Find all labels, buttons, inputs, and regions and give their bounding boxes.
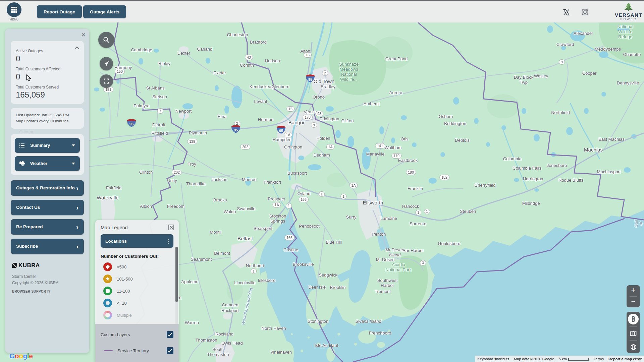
- gold-star-marker-icon: ★: [103, 275, 112, 283]
- menu-button[interactable]: MENU: [6, 2, 22, 21]
- x-twitter-icon[interactable]: [561, 7, 571, 17]
- last-updated-text: Last Updated: Jan 25, 6:45 PM: [16, 112, 79, 118]
- summary-dropdown[interactable]: Summary: [15, 138, 80, 153]
- google-logo-letter: o: [15, 352, 19, 360]
- custom-layers-row: Custom Layers: [101, 329, 173, 340]
- top-strip: [0, 0, 644, 1]
- map-search-button[interactable]: [98, 32, 114, 48]
- my-location-button[interactable]: [100, 57, 113, 70]
- active-outages-label: Active Outages: [16, 49, 79, 53]
- fullscreen-icon: [103, 78, 109, 84]
- legend-item-over-500: >500: [103, 261, 179, 273]
- app-header: MENU Report Outage Outage Alerts VERSANT…: [0, 1, 644, 22]
- legend-item-multiple: Multiple: [103, 309, 179, 321]
- kubra-logo[interactable]: KUBRA: [12, 262, 89, 269]
- active-outages-value: 0: [16, 54, 79, 63]
- chevron-down-icon: [72, 144, 75, 146]
- traffic-layer-button[interactable]: [628, 314, 639, 324]
- locations-dropdown[interactable]: Locations: [101, 234, 173, 248]
- report-map-error-link[interactable]: Report a map error: [606, 357, 644, 361]
- traffic-light-icon: [631, 316, 636, 322]
- google-logo-letter: g: [23, 352, 27, 360]
- layer-divider: [630, 340, 637, 341]
- menu-label: MENU: [6, 18, 22, 21]
- outage-stats-card: Active Outages 0 Total Customers Affecte…: [11, 41, 84, 104]
- map-layer-controls: [627, 312, 640, 353]
- summary-dropdown-label: Summary: [28, 143, 72, 148]
- kebab-menu-icon[interactable]: [168, 239, 169, 244]
- locations-label: Locations: [105, 239, 168, 244]
- zoom-in-button[interactable]: +: [627, 285, 640, 296]
- instagram-icon[interactable]: [580, 7, 590, 17]
- legend-scrollbar-thumb[interactable]: [175, 247, 178, 302]
- map-attribution-bar: Keyboard shortcuts Map data ©2026 Google…: [475, 356, 644, 362]
- versant-power-logo[interactable]: VERSANT POWER: [614, 3, 643, 21]
- report-outage-button[interactable]: Report Outage: [37, 5, 82, 18]
- weather-dropdown[interactable]: Weather: [15, 156, 80, 171]
- globe-icon: [630, 344, 637, 350]
- google-logo-letter: G: [9, 352, 15, 360]
- green-square-marker-icon: [103, 287, 112, 295]
- territory-line-swatch: [104, 350, 113, 351]
- terms-link[interactable]: Terms: [591, 357, 606, 361]
- nav-be-prepared[interactable]: Be Prepared›: [11, 219, 84, 235]
- legend-title: Map Legend: [101, 225, 168, 230]
- basemap-button[interactable]: [628, 329, 639, 338]
- legend-item-under-10: <=10: [103, 297, 179, 309]
- water-bodies: [260, 185, 644, 362]
- customers-affected-value: 0: [16, 72, 79, 81]
- scale-bar: [568, 358, 589, 361]
- red-diamond-marker-icon: [103, 262, 112, 271]
- copyright-text: Copyright © 2026 KUBRA: [12, 280, 89, 286]
- rain-cloud-icon: [19, 161, 28, 166]
- globe-button[interactable]: [628, 343, 639, 351]
- google-logo-letter: o: [19, 352, 23, 360]
- kubra-mark-icon: [12, 263, 17, 268]
- legend-item-101-500: ★ 101-500: [103, 273, 179, 285]
- browser-support-link[interactable]: BROWSER SUPPORT?: [12, 290, 89, 293]
- legend-item-11-100: 11-100: [103, 285, 179, 297]
- keyboard-shortcuts-link[interactable]: Keyboard shortcuts: [475, 357, 512, 361]
- nav-contact-us[interactable]: Contact Us›: [11, 200, 84, 215]
- custom-layers-checkbox[interactable]: [167, 331, 173, 338]
- chevron-right-icon: ›: [76, 224, 78, 230]
- versant-tree-icon: [622, 3, 635, 11]
- fullscreen-button[interactable]: [100, 74, 113, 88]
- service-territory-checkbox[interactable]: [167, 347, 173, 354]
- outage-alerts-button[interactable]: Outage Alerts: [83, 5, 126, 18]
- grid-menu-icon: [11, 6, 17, 13]
- list-icon: [19, 143, 28, 148]
- blue-ring-marker-icon: [103, 299, 112, 307]
- chevron-right-icon: ›: [76, 243, 78, 250]
- view-selector-card: Summary Weather: [11, 134, 84, 175]
- weather-dropdown-label: Weather: [28, 161, 72, 166]
- legend-close-icon[interactable]: [168, 225, 174, 230]
- chevron-down-icon: [72, 163, 75, 165]
- map-legend-panel: Map Legend Locations Number of Customers…: [95, 220, 179, 362]
- customers-affected-label: Total Customers Affected: [16, 67, 79, 71]
- custom-layers-section: Custom Layers Service Territory: [95, 324, 179, 362]
- scale-label: 5 km: [559, 357, 567, 361]
- legend-subtitle: Number of Customers Out:: [101, 254, 173, 259]
- nav-outages-restoration-info[interactable]: Outages & Restoration Info›: [11, 180, 84, 196]
- map-icon: [630, 330, 637, 337]
- brand-name: VERSANT: [614, 13, 643, 17]
- zoom-out-button[interactable]: −: [627, 297, 640, 307]
- zoom-control: + −: [627, 285, 640, 307]
- google-logo[interactable]: Google: [9, 352, 33, 360]
- chevron-right-icon: ›: [76, 185, 78, 191]
- service-territory-label: Service Territory: [117, 348, 167, 353]
- search-icon: [103, 36, 110, 44]
- chevron-right-icon: ›: [76, 204, 78, 211]
- sidebar-close-icon[interactable]: ✕: [81, 32, 86, 39]
- nav-subscribe[interactable]: Subscribe›: [11, 239, 84, 254]
- google-logo-letter: e: [29, 352, 33, 360]
- map-data-text: Map data ©2026 Google: [512, 357, 556, 361]
- last-updated-card: Last Updated: Jan 25, 6:45 PM Map update…: [11, 108, 84, 129]
- map-scale: 5 km: [556, 357, 591, 361]
- left-sidebar-panel: ✕ Active Outages 0 Total Customers Affec…: [5, 29, 89, 353]
- customers-served-value: 165,059: [16, 90, 79, 100]
- kubra-wordmark: KUBRA: [18, 262, 40, 269]
- location-arrow-icon: [103, 61, 109, 67]
- service-territory-row: Service Territory: [101, 345, 173, 356]
